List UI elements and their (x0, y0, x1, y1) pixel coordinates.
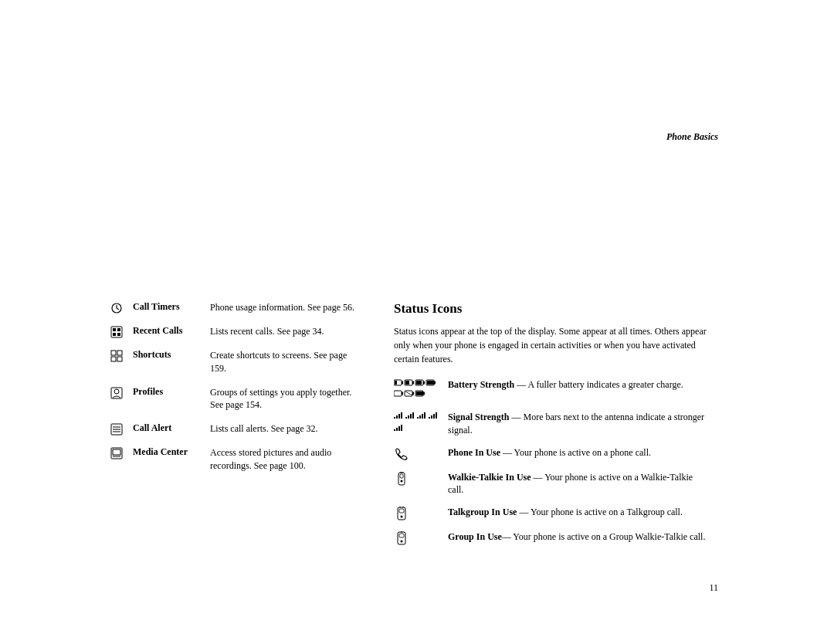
call-alert-label: Call Alert (133, 422, 202, 434)
svg-rect-49 (417, 417, 419, 419)
talkgroup-description: Talkgroup In Use — Your phone is active … (448, 506, 710, 519)
svg-rect-9 (117, 351, 122, 355)
menu-item-recent-calls: Recent Calls Lists recent calls. See pag… (108, 325, 355, 338)
svg-rect-52 (424, 412, 425, 419)
call-timers-label: Call Timers (133, 301, 202, 313)
shortcuts-description: Create shortcuts to screens. See page 15… (210, 349, 355, 375)
svg-rect-58 (396, 428, 398, 431)
status-item-phone-in-use: Phone In Use — Your phone is active on a… (394, 446, 710, 462)
recent-calls-label: Recent Calls (133, 325, 202, 337)
profiles-icon (108, 386, 125, 399)
svg-rect-50 (419, 415, 421, 419)
call-alert-icon (108, 422, 125, 436)
svg-rect-71 (398, 532, 405, 544)
svg-rect-61 (398, 473, 405, 485)
svg-rect-5 (117, 328, 120, 331)
battery-label-suffix: — A fuller battery indicates a greater c… (514, 379, 683, 390)
svg-point-63 (401, 480, 403, 482)
svg-rect-34 (402, 392, 403, 395)
svg-rect-25 (412, 381, 414, 385)
svg-rect-47 (410, 414, 412, 419)
svg-rect-11 (117, 357, 122, 361)
talkgroup-label: Talkgroup In Use (448, 507, 517, 517)
svg-rect-26 (405, 381, 409, 385)
svg-rect-6 (113, 333, 116, 336)
signal-icons (394, 411, 440, 436)
phone-in-use-description: Phone In Use — Your phone is active on a… (448, 446, 710, 459)
svg-rect-72 (399, 534, 404, 537)
page: Phone Basics Call Timers Phone usage inf… (0, 0, 834, 644)
profiles-description: Groups of settings you apply together. S… (210, 386, 355, 412)
status-item-walkie-talkie: Walkie-Talkie In Use — Your phone is act… (394, 471, 710, 497)
svg-rect-46 (408, 415, 409, 419)
status-item-group-in-use: Group In Use— Your phone is active on a … (394, 530, 710, 546)
battery-icons (394, 378, 440, 402)
svg-rect-59 (398, 426, 400, 431)
shortcuts-label: Shortcuts (133, 349, 202, 361)
call-timers-icon (108, 301, 125, 314)
svg-rect-32 (427, 381, 434, 385)
svg-rect-19 (113, 449, 120, 455)
menu-item-shortcuts: Shortcuts Create shortcuts to screens. S… (108, 349, 355, 375)
phone-in-use-label-suffix: — Your phone is active on a phone call. (500, 447, 651, 458)
walkie-talkie-label: Walkie-Talkie In Use (448, 472, 531, 483)
svg-line-2 (117, 308, 119, 310)
recent-calls-description: Lists recent calls. See page 34. (210, 325, 355, 338)
svg-rect-28 (423, 381, 425, 385)
call-timers-description: Phone usage information. See page 56. (210, 301, 355, 314)
menu-item-profiles: Profiles Groups of settings you apply to… (108, 386, 355, 412)
status-item-battery: Battery Strength — A fuller battery indi… (394, 378, 710, 402)
svg-rect-60 (401, 425, 402, 431)
group-in-use-label-suffix: — Your phone is active on a Group Walkie… (502, 531, 706, 542)
svg-rect-23 (395, 381, 397, 385)
svg-rect-56 (436, 412, 437, 419)
signal-label: Signal Strength (448, 412, 509, 422)
page-number: 11 (709, 582, 718, 594)
menu-item-media-center: Media Center Access stored pictures and … (108, 446, 355, 473)
call-alert-description: Lists call alerts. See page 32. (210, 422, 355, 436)
svg-rect-48 (412, 412, 414, 419)
svg-rect-67 (399, 509, 404, 513)
svg-rect-57 (394, 429, 395, 431)
svg-rect-66 (398, 507, 405, 520)
section-title: Status Icons (394, 301, 710, 317)
svg-rect-51 (422, 414, 423, 419)
svg-rect-62 (400, 474, 403, 478)
section-intro: Status icons appear at the top of the di… (394, 324, 710, 366)
menu-item-call-timers: Call Timers Phone usage information. See… (108, 301, 355, 314)
svg-rect-45 (405, 417, 407, 419)
svg-rect-42 (396, 415, 398, 419)
svg-line-37 (405, 391, 412, 395)
right-column: Status Icons Status icons appear at the … (394, 301, 710, 555)
svg-rect-33 (394, 391, 402, 396)
battery-label: Battery Strength (448, 379, 514, 390)
svg-rect-41 (394, 417, 395, 419)
group-in-use-icons (394, 530, 440, 546)
menu-item-call-alert: Call Alert Lists call alerts. See page 3… (108, 422, 355, 436)
svg-rect-7 (117, 333, 120, 336)
signal-description: Signal Strength — More bars next to the … (448, 411, 710, 437)
media-center-icon (108, 446, 125, 459)
phone-in-use-label: Phone In Use (448, 447, 500, 458)
left-column: Call Timers Phone usage information. See… (108, 301, 355, 555)
recent-calls-icon (108, 325, 125, 338)
svg-point-73 (401, 541, 403, 543)
svg-rect-54 (431, 415, 432, 419)
svg-point-68 (401, 516, 403, 518)
svg-rect-40 (416, 391, 423, 395)
svg-rect-53 (429, 417, 430, 419)
profiles-label: Profiles (133, 386, 202, 398)
status-item-talkgroup: Talkgroup In Use — Your phone is active … (394, 506, 710, 521)
talkgroup-icons (394, 506, 440, 521)
walkie-talkie-description: Walkie-Talkie In Use — Your phone is act… (448, 471, 710, 497)
shortcuts-icon (108, 349, 125, 362)
svg-rect-10 (111, 357, 116, 361)
talkgroup-label-suffix: — Your phone is active on a Talkgroup ca… (517, 507, 683, 517)
svg-rect-22 (402, 381, 403, 385)
group-in-use-description: Group In Use— Your phone is active on a … (448, 530, 710, 544)
svg-rect-55 (433, 414, 435, 419)
status-item-signal: Signal Strength — More bars next to the … (394, 411, 710, 437)
battery-description: Battery Strength — A fuller battery indi… (448, 378, 710, 391)
svg-rect-4 (113, 328, 116, 331)
svg-rect-44 (401, 412, 402, 419)
